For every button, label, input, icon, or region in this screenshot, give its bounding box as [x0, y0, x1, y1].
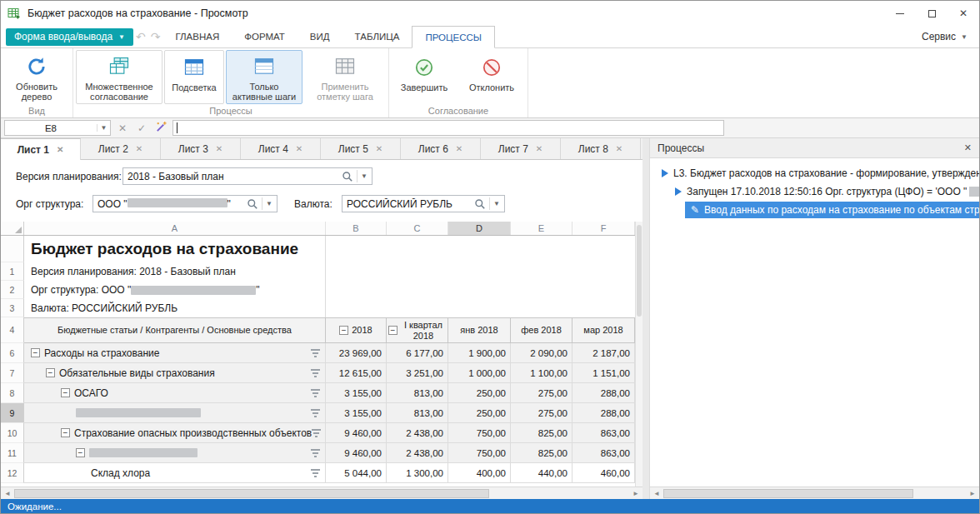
filter-icon[interactable] [312, 429, 321, 437]
empty-cells[interactable] [326, 236, 635, 262]
tab-close-icon[interactable]: ✕ [616, 144, 622, 153]
row-header[interactable]: 3 [1, 299, 24, 317]
filter-icon[interactable] [311, 449, 320, 457]
empty-cells[interactable] [326, 299, 635, 317]
grid-cell[interactable]: 1 900,00 [448, 343, 511, 363]
sheet-tab-3[interactable]: Лист 3✕ [161, 138, 241, 159]
close-button[interactable]: ✕ [948, 1, 979, 26]
sheet-tab-8[interactable]: Лист 8✕ [561, 138, 641, 159]
grid-cell[interactable]: 288,00 [572, 383, 635, 403]
column-header-e[interactable]: E [511, 222, 572, 235]
grid-cell[interactable]: 825,00 [511, 443, 572, 463]
chevron-down-icon[interactable]: ▼ [266, 200, 272, 207]
grid-cell[interactable]: 1 151,00 [572, 363, 635, 383]
grid-cell[interactable]: 813,00 [387, 383, 448, 403]
grid-cell[interactable]: 1 100,00 [511, 363, 572, 383]
io-form-menu-button[interactable]: Форма ввода/вывода ▼ [6, 28, 133, 46]
collapse-icon[interactable] [31, 348, 40, 357]
tab-table[interactable]: ТАБЛИЦА [342, 26, 412, 47]
filter-icon[interactable] [311, 409, 320, 417]
row-header[interactable]: 11 [1, 443, 24, 463]
tab-format[interactable]: ФОРМАТ [232, 26, 298, 47]
tab-close-icon[interactable]: ✕ [536, 144, 542, 153]
grid-cell[interactable]: 2 090,00 [511, 343, 572, 363]
filter-icon[interactable] [311, 389, 320, 397]
table-row[interactable]: 6 Расходы на страхование 23 969,00 6 177… [1, 343, 635, 363]
grid-cell[interactable]: 288,00 [572, 403, 635, 423]
grid-cell[interactable]: 440,00 [511, 463, 572, 483]
grid-cell[interactable]: 2 187,00 [572, 343, 635, 363]
info-cell[interactable]: Валюта: РОССИЙСКИЙ РУБЛЬ [24, 299, 326, 317]
row-label-cell[interactable]: Страхование опасных производственных объ… [24, 423, 326, 443]
period-header-cell[interactable]: мар 2018 [572, 317, 635, 343]
empty-cells[interactable] [326, 262, 635, 281]
period-header-cell[interactable]: I квартал 2018 [387, 317, 448, 343]
chevron-down-icon[interactable]: ▼ [361, 172, 368, 180]
sheet-tab-5[interactable]: Лист 5✕ [321, 138, 401, 159]
row-label-cell[interactable]: ОСАГО [24, 383, 326, 403]
table-header-row[interactable]: 4 Бюджетные статьи / Контрагенты / Основ… [1, 317, 635, 343]
table-row[interactable]: 9 3 155,00 813,00 250,00 275,00 288,00 [1, 403, 635, 423]
scroll-left-icon[interactable]: ◄ [650, 487, 663, 499]
row-label-cell[interactable] [24, 443, 326, 463]
horizontal-scrollbar[interactable]: ◄ ► [1, 487, 642, 499]
multi-approval-button[interactable]: Множественное согласование [76, 50, 162, 104]
row-header[interactable]: 6 [1, 343, 24, 363]
collapse-icon[interactable] [339, 326, 348, 335]
grid-cell[interactable]: 863,00 [572, 423, 635, 443]
grid-cell[interactable]: 2 438,00 [387, 423, 448, 443]
grid-cell[interactable]: 2 438,00 [387, 443, 448, 463]
process-run-node[interactable]: Запущен 17.10.2018 12:50:16 Орг. структу… [650, 182, 979, 201]
row-header[interactable] [1, 236, 24, 262]
grid-cell[interactable]: 5 044,00 [326, 463, 387, 483]
table-row[interactable]: 12 Склад хлора 5 044,00 1 300,00 400,00 … [1, 463, 635, 483]
scroll-right-icon[interactable]: ► [966, 487, 979, 499]
grid-cell[interactable]: 1 300,00 [387, 463, 448, 483]
table-row[interactable]: 7 Обязательные виды страхования 12 615,0… [1, 363, 635, 383]
finish-button[interactable]: Завершить [392, 50, 457, 104]
sheet-tab-4[interactable]: Лист 4✕ [241, 138, 321, 159]
grid-cell[interactable]: 12 615,00 [326, 363, 387, 383]
service-menu[interactable]: Сервис ▼ [922, 31, 968, 42]
grid-cell[interactable]: 813,00 [387, 403, 448, 423]
process-node[interactable]: L3. Бюджет расходов на страхование - фор… [650, 164, 979, 182]
table-row[interactable]: 1 Версия планирования: 2018 - Базовый пл… [1, 262, 635, 281]
decline-button[interactable]: Отклонить [458, 50, 525, 104]
org-structure-combobox[interactable]: ООО "" ▼ [92, 195, 278, 212]
panel-close-icon[interactable]: ✕ [964, 142, 972, 153]
grid-cell[interactable]: 250,00 [448, 383, 511, 403]
grid-cell[interactable]: 750,00 [448, 423, 511, 443]
collapse-icon[interactable] [76, 448, 85, 457]
column-header-b[interactable]: B [326, 222, 387, 235]
table-row[interactable]: 11 9 460,00 2 438,00 750,00 825,00 863,0… [1, 443, 635, 463]
tab-close-icon[interactable]: ✕ [296, 144, 302, 153]
row-header-selected[interactable]: 9 [1, 403, 24, 423]
version-combobox[interactable]: 2018 - Базовый план ▼ [122, 167, 372, 185]
grid-cell[interactable]: 3 155,00 [326, 403, 387, 423]
process-step-node-selected[interactable]: ✎ Ввод данных по расходам на страхование… [650, 201, 979, 219]
info-cell[interactable]: Орг структура: ООО "" [24, 281, 326, 299]
grid-cell[interactable]: 400,00 [448, 463, 511, 483]
panel-horizontal-scrollbar[interactable]: ◄ ► [650, 487, 979, 499]
period-header-cell[interactable]: янв 2018 [448, 317, 511, 343]
table-row[interactable]: 10 Страхование опасных производственных … [1, 423, 635, 443]
select-all-corner[interactable] [1, 222, 24, 235]
grid-cell[interactable]: 1 000,00 [448, 363, 511, 383]
scrollbar-thumb[interactable] [14, 489, 489, 498]
magnifier-icon[interactable] [474, 198, 486, 210]
column-header-f[interactable]: F [572, 222, 635, 235]
collapse-icon[interactable] [61, 388, 70, 397]
dimension-header-cell[interactable]: Бюджетные статьи / Контрагенты / Основны… [24, 317, 326, 343]
filter-icon[interactable] [311, 349, 320, 357]
confirm-entry-icon[interactable]: ✓ [134, 122, 149, 134]
wizard-icon[interactable] [153, 121, 168, 136]
grid-cell[interactable]: 863,00 [572, 443, 635, 463]
cancel-entry-icon[interactable]: ✕ [115, 122, 130, 134]
grid-cell[interactable]: 23 969,00 [326, 343, 387, 363]
table-row[interactable]: 8 ОСАГО 3 155,00 813,00 250,00 275,00 28… [1, 383, 635, 403]
redo-button[interactable]: ↷ [151, 31, 161, 42]
grid-cell[interactable]: 3 251,00 [387, 363, 448, 383]
info-cell[interactable]: Версия планирования: 2018 - Базовый план [24, 262, 326, 281]
undo-button[interactable]: ↶ [136, 31, 146, 42]
highlight-button[interactable]: Подсветка [164, 50, 224, 104]
